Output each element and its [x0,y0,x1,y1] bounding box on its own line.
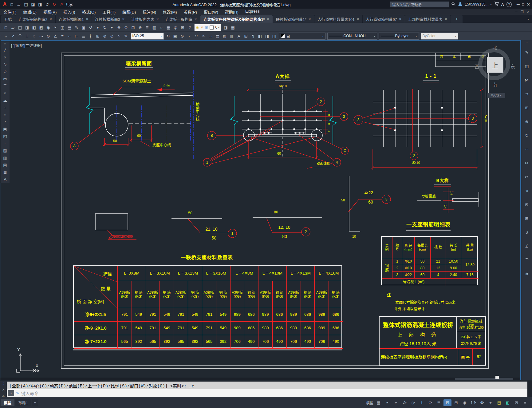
zoom-window-icon[interactable]: ⊡ [130,24,136,31]
cut-clip-icon[interactable]: ✂ [52,24,59,31]
new-layout-tab[interactable]: + [32,399,38,406]
lineweight-display-icon[interactable]: ≣ [435,399,443,406]
grid-display-icon[interactable]: ▦ [375,399,383,406]
circle-icon[interactable]: ○ [2,90,9,96]
tab-close-icon[interactable]: ✕ [444,17,447,21]
share-arrow-icon[interactable]: ⇗ [58,1,65,8]
join-icon[interactable]: ∪ [523,229,530,236]
file-tab[interactable]: 联续板钢筋构造1*✕ [273,15,314,23]
tolerance-icon[interactable]: ⊞ [95,33,101,39]
ellipse-arc-icon[interactable]: ◔ [2,119,9,125]
horizontal-scrollbar[interactable] [1,378,520,380]
plot-preview-icon[interactable]: ◧ [31,24,37,31]
paste-clip-icon[interactable]: ▤ [66,24,73,31]
dim-jogged-icon[interactable]: ↝ [38,33,45,39]
explode-icon[interactable]: ∗ [523,270,530,277]
annotation-visibility-icon[interactable]: ◉ [461,399,469,406]
erase-icon[interactable]: ✎ [523,49,530,56]
viewcube-east[interactable]: 东 [510,63,515,69]
osnap-settings-icon[interactable]: ⊙ [179,33,186,39]
object-snap-caret-icon[interactable]: ▾ [431,402,432,404]
menu-窗口(W)[interactable]: 窗口(W) [200,9,222,15]
design-center-icon[interactable]: ▦ [230,24,236,31]
copy-clip-icon[interactable]: ◫ [59,24,66,31]
acad-logo-icon[interactable]: A [2,1,8,8]
menu-文件(F)[interactable]: 文件(F) [0,9,20,15]
insert-block-icon[interactable]: ▣ [172,33,179,39]
selection-grip[interactable] [495,376,499,379]
account-caret-icon[interactable]: ▾ [491,3,492,6]
model-space-toggle[interactable]: 模型 [365,399,374,406]
dim-radius-icon[interactable]: ◌ [31,33,37,39]
tab-close-icon[interactable]: ✕ [49,17,52,21]
object-snap-tracking-icon[interactable]: ⟂ [418,399,426,406]
tab-close-icon[interactable]: ✕ [122,17,125,21]
annotation-scale-caret-icon[interactable]: ▾ [475,402,476,404]
insert-block-icon[interactable]: ▣ [2,126,9,132]
command-input[interactable]: ▾ ✎ 键入命令 [7,389,527,397]
layer-previous-icon[interactable]: ◌ [158,24,165,31]
snap-mode-caret-icon[interactable]: ▾ [387,402,388,404]
mirror-icon[interactable]: ⋈ [523,77,530,84]
dim-diameter-icon[interactable]: ⊘ [45,33,52,39]
rectangle-icon[interactable]: ▭ [2,76,9,82]
pan-icon[interactable]: ⊕ [116,24,122,31]
match-properties-icon[interactable]: ✎ [73,24,80,31]
dim-quick-icon[interactable]: ≡ [59,33,66,39]
isolate-objects-icon[interactable]: ▤ [495,399,503,406]
snap-mode-icon[interactable]: ▫▾ [383,399,391,406]
dim-ordinate-icon[interactable]: ⟂ [24,33,30,39]
close-button[interactable]: ✕ [527,2,530,7]
polyline-icon[interactable]: ∿ [2,61,9,68]
fillet-icon[interactable]: ⌒ [523,256,530,263]
selection-cycling-icon[interactable]: ⊡ [443,399,451,406]
menu-修改(M)[interactable]: 修改(M) [160,9,180,15]
spell-check-icon[interactable]: A [236,33,242,39]
annotation-monitor-icon[interactable]: + [487,399,495,406]
tab-close-icon[interactable]: ✕ [357,17,359,21]
file-tab[interactable]: 连续板横断面3✕ [92,15,128,23]
undo-caret-icon[interactable]: ▾ [95,24,101,31]
file-tab[interactable]: 开始 [1,15,15,23]
polar-tracking-icon[interactable]: ∠▾ [400,399,408,406]
tab-close-icon[interactable]: ✕ [156,17,159,21]
menu-编辑(E)[interactable]: 编辑(E) [20,9,40,15]
command-close-icon[interactable]: ✕ [2,388,5,392]
layer-states-icon[interactable]: ▥ [151,24,158,31]
polar-tracking-caret-icon[interactable]: ▾ [405,402,407,404]
dim-edit-icon[interactable]: ✎ [123,33,129,39]
scale-icon[interactable]: ▱ [523,146,530,153]
dim-break-icon[interactable]: ∦ [88,33,94,39]
center-mark-icon[interactable]: ⊕ [102,33,108,39]
plot-icon[interactable]: ◨ [37,1,43,8]
gradient-icon[interactable]: ▥ [229,33,235,39]
cart-icon[interactable] [494,2,499,7]
help-icon[interactable]: ? [187,24,193,31]
new-icon[interactable]: □ [3,24,9,31]
zoom-realtime-icon[interactable]: ⊙ [123,24,129,31]
table-icon[interactable]: ⊞ [243,33,249,39]
file-tab[interactable]: 连续板支座预埋钢板及钢筋网构造1*✕ [200,15,273,23]
tab-close-icon[interactable]: ✕ [399,17,402,21]
user-icon[interactable] [458,2,463,7]
clean-screen-icon[interactable]: ⊠ [512,399,520,406]
chamfer-icon[interactable]: ∠ [523,243,530,250]
layer-control-dropdown[interactable]: ◉ ☀ ▣ 0 ▾ [194,24,222,31]
make-block-icon[interactable]: ◱ [2,133,9,140]
save-icon[interactable]: ◫ [17,24,23,31]
help-icon[interactable]: ? [506,2,512,7]
object-snap-icon[interactable]: ⊙▾ [426,399,434,406]
table-icon[interactable]: ⊞ [2,169,9,175]
open-file-icon[interactable]: ▱ [16,1,22,8]
redo-icon[interactable]: ↻ [102,24,108,31]
command-options-icon[interactable]: ▾ [8,390,14,396]
layer-lock-icon[interactable]: ◫ [271,33,278,39]
search-icon[interactable] [451,2,455,7]
menu-视图(V)[interactable]: 视图(V) [40,9,60,15]
menu-工具(T)[interactable]: 工具(T) [99,9,119,15]
dim-linear-icon[interactable]: ↔ [3,33,9,39]
dim-style-dropdown[interactable]: ISO-25▾ [131,33,164,40]
arc-icon[interactable]: ⌒ [2,83,9,89]
rotate-icon[interactable]: ↻ [523,132,530,139]
dim-arc-icon[interactable]: ⌒ [17,33,23,39]
